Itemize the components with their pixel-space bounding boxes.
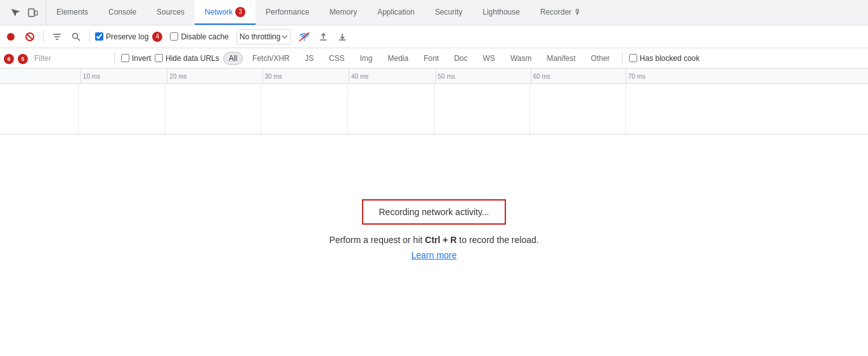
tab-application[interactable]: Application xyxy=(367,0,425,25)
import-har-icon[interactable] xyxy=(315,29,332,45)
counter-5-badge: 5 xyxy=(18,54,28,64)
tab-security[interactable]: Security xyxy=(425,0,472,25)
invert-checkbox[interactable]: Invert xyxy=(121,54,151,63)
ruler-mark-50ms: 50 ms xyxy=(436,69,455,83)
preserve-log-badge: 4 xyxy=(152,32,162,42)
filter-tag-media[interactable]: Media xyxy=(382,52,414,65)
svg-rect-1 xyxy=(35,11,37,15)
filter-tag-ws[interactable]: WS xyxy=(477,52,501,65)
network-tab-badge: 3 xyxy=(235,7,245,17)
network-toolbar: Preserve log 4 Disable cache No throttli… xyxy=(0,25,868,48)
recording-text: Recording network activity... xyxy=(379,207,489,217)
filter-tag-all[interactable]: All xyxy=(223,52,243,65)
tab-performance[interactable]: Performance xyxy=(256,0,320,25)
ruler-mark-20ms: 20 ms xyxy=(167,69,186,83)
device-toolbar-icon[interactable] xyxy=(25,5,41,20)
filter-tag-css[interactable]: CSS xyxy=(323,52,351,65)
filter-tag-wasm[interactable]: Wasm xyxy=(505,52,538,65)
ruler-mark-40ms: 40 ms xyxy=(349,69,368,83)
ruler-mark-70ms: 70 ms xyxy=(626,69,645,83)
tab-bar: Elements Console Sources Network 3 Perfo… xyxy=(0,0,868,25)
filter-tag-js[interactable]: JS xyxy=(299,52,320,65)
svg-point-2 xyxy=(7,33,15,41)
clear-button[interactable] xyxy=(22,29,38,45)
ruler-mark-60ms: 60 ms xyxy=(531,69,550,83)
ruler-mark-30ms: 30 ms xyxy=(262,69,282,83)
svg-rect-0 xyxy=(29,9,34,16)
tab-console[interactable]: Console xyxy=(98,0,146,25)
timeline-ruler: 10 ms 20 ms 30 ms 40 ms 50 ms 60 ms 70 m… xyxy=(0,69,868,84)
filter-icon-button[interactable] xyxy=(49,29,65,45)
toolbar-divider-2 xyxy=(89,30,90,43)
counter-6-badge: 6 xyxy=(4,54,14,64)
network-conditions-icon[interactable] xyxy=(296,29,313,45)
filter-tag-doc[interactable]: Doc xyxy=(448,52,473,65)
ruler-mark-10ms: 10 ms xyxy=(81,69,100,83)
throttle-selector[interactable]: No throttling xyxy=(236,29,292,44)
disable-cache-checkbox[interactable]: Disable cache xyxy=(170,32,228,41)
learn-more-link[interactable]: Learn more xyxy=(411,250,457,260)
timeline-empty-area xyxy=(0,84,868,135)
record-button[interactable] xyxy=(3,29,19,45)
filter-tag-manifest[interactable]: Manifest xyxy=(541,52,581,65)
tab-lighthouse[interactable]: Lighthouse xyxy=(472,0,530,25)
filter-tag-fetch-xhr[interactable]: Fetch/XHR xyxy=(247,52,295,65)
toolbar-divider-1 xyxy=(43,30,44,43)
export-har-icon[interactable] xyxy=(334,29,351,45)
hide-data-urls-checkbox[interactable]: Hide data URLs xyxy=(155,54,219,63)
perform-text: Perform a request or hit Ctrl + R to rec… xyxy=(329,235,538,245)
tab-memory[interactable]: Memory xyxy=(320,0,367,25)
filter-divider xyxy=(114,52,115,65)
network-empty-state: Recording network activity... Perform a … xyxy=(0,135,868,325)
filter-input[interactable] xyxy=(32,53,108,64)
filter-tag-font[interactable]: Font xyxy=(418,52,444,65)
svg-point-8 xyxy=(73,33,78,38)
svg-line-4 xyxy=(27,34,32,39)
preserve-log-checkbox[interactable]: Preserve log 4 xyxy=(95,32,162,42)
inspect-icon[interactable] xyxy=(8,5,23,20)
filter-bar: 6 5 Invert Hide data URLs All Fetch/XHR … xyxy=(0,48,868,69)
tab-network[interactable]: Network 3 xyxy=(195,0,256,25)
tab-recorder[interactable]: Recorder 🎙 xyxy=(530,0,592,25)
filter-tag-other[interactable]: Other xyxy=(585,52,616,65)
recording-box: Recording network activity... xyxy=(362,199,505,225)
tab-sources[interactable]: Sources xyxy=(146,0,195,25)
svg-line-9 xyxy=(77,37,81,41)
ruler-marks: 10 ms 20 ms 30 ms 40 ms 50 ms 60 ms 70 m… xyxy=(3,69,868,83)
tab-list: Elements Console Sources Network 3 Perfo… xyxy=(46,0,865,25)
devtools-icons xyxy=(3,0,46,25)
search-icon-button[interactable] xyxy=(68,29,84,45)
filter-divider-2 xyxy=(622,52,623,65)
filter-tag-img[interactable]: Img xyxy=(354,52,378,65)
has-blocked-cookies-checkbox[interactable]: Has blocked cook xyxy=(629,54,700,63)
tab-elements[interactable]: Elements xyxy=(46,0,98,25)
